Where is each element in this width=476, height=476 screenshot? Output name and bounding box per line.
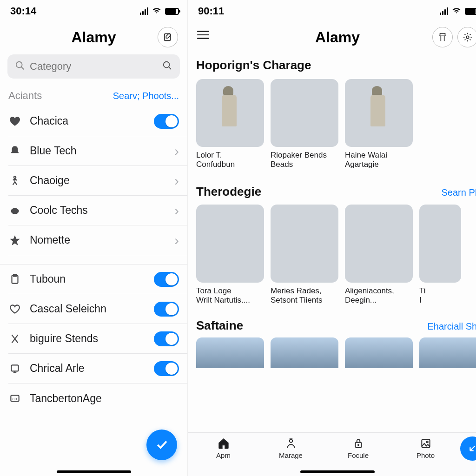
svg-text:ou: ou — [13, 397, 17, 401]
section2-cards[interactable]: Tora Loge Wrilt Nartutis.... Meries Rade… — [196, 205, 476, 305]
card[interactable]: Lolor T. Confudbun — [196, 79, 264, 170]
card[interactable]: Haine Walai Agartagie — [345, 79, 413, 170]
card-line2: Beads — [271, 160, 338, 169]
svg-point-5 — [14, 176, 16, 178]
wifi-icon — [152, 5, 161, 17]
app-title: Alamy — [71, 29, 116, 46]
battery-icon — [465, 8, 476, 15]
phone-left: 30:14 Alamy Aciants Searv; Phoots... Cha… — [0, 0, 188, 476]
svg-point-15 — [357, 444, 358, 445]
app-header: Alamy — [188, 20, 476, 52]
section3-strip[interactable] — [196, 337, 476, 368]
nav-home[interactable]: Apm — [191, 437, 256, 459]
home-icon — [218, 437, 230, 450]
card-thumb — [345, 79, 413, 147]
row-tuboun[interactable]: Tuboun — [8, 264, 187, 294]
row-label: Blue Tech — [30, 145, 166, 157]
svg-rect-9 — [11, 365, 18, 371]
confirm-fab[interactable] — [146, 430, 177, 460]
row-chrical[interactable]: Chrical Arle — [8, 354, 187, 383]
section2-header: Therodegie Searn Pho — [196, 185, 476, 199]
arrow-down-left-icon — [467, 443, 476, 454]
status-time: 30:14 — [10, 5, 36, 17]
status-icons — [140, 5, 179, 17]
mini-thumb[interactable] — [196, 337, 264, 368]
section2-link[interactable]: Searn Pho — [441, 187, 476, 198]
card-thumb — [196, 79, 264, 147]
settings-button[interactable] — [457, 27, 476, 47]
row-label: biguire Stends — [30, 332, 145, 345]
row-label: Tuboun — [30, 273, 145, 285]
card[interactable]: Riopaker Bends Beads — [271, 79, 338, 170]
row-chacica[interactable]: Chacica — [8, 106, 187, 136]
card-line1: Lolor T. — [196, 147, 264, 160]
section-header-row: Aciants Searv; Phoots... — [0, 83, 187, 106]
card-thumb — [271, 205, 338, 283]
svg-line-2 — [21, 67, 24, 70]
card-peek[interactable]: Ti I — [419, 205, 433, 305]
svg-point-17 — [426, 441, 428, 443]
nav-action-fab[interactable] — [460, 436, 476, 461]
nav-label: Marage — [279, 451, 303, 459]
row-tancberton[interactable]: ou TancbertonAge — [8, 383, 187, 413]
wifi-icon — [452, 5, 461, 17]
nav-label: Photo — [416, 451, 435, 459]
row-biguire[interactable]: biguire Stends — [8, 324, 187, 354]
nav-label: Focule — [348, 451, 369, 459]
row-chaoige[interactable]: Chaoige › — [8, 166, 187, 196]
cellular-signal-icon — [440, 7, 448, 15]
image-icon — [420, 437, 432, 450]
section-link[interactable]: Searv; Phoots... — [113, 91, 179, 101]
nav-focus[interactable]: Focule — [325, 437, 391, 459]
row-coolctechs[interactable]: Coolc Techs › — [8, 196, 187, 225]
card-line2: I — [419, 296, 433, 305]
card-line1: Ti — [419, 283, 433, 296]
star-icon — [8, 234, 21, 246]
search-input[interactable] — [30, 60, 158, 73]
row-cascal[interactable]: Cascal Seleichn — [8, 294, 187, 324]
phone-right: 90:11 Alamy Hoporign's Charage Lolor T. … — [188, 0, 476, 476]
section1-cards[interactable]: Lolor T. Confudbun Riopaker Bends Beads … — [196, 79, 476, 170]
list-divider — [0, 255, 187, 264]
toggle[interactable] — [154, 361, 179, 376]
nav-label: Apm — [216, 451, 231, 459]
search-icon — [15, 60, 25, 73]
lock-icon — [352, 437, 364, 450]
toggle[interactable] — [154, 302, 179, 317]
row-bluetech[interactable]: Blue Tech › — [8, 136, 187, 166]
bookmark-button[interactable] — [432, 27, 453, 47]
clipboard-icon — [8, 273, 21, 285]
menu-button[interactable] — [197, 31, 209, 39]
row-label: Chaoige — [30, 174, 166, 187]
card-line1: Tora Loge — [196, 283, 264, 296]
card[interactable]: Aligeniaconts, Deegin... — [345, 205, 413, 305]
search-submit-icon[interactable] — [162, 60, 172, 73]
mini-thumb[interactable] — [345, 337, 413, 368]
toggle[interactable] — [154, 272, 179, 287]
mini-thumb[interactable] — [271, 337, 338, 368]
row-label: Chacica — [30, 115, 145, 127]
app-header: Alamy — [0, 20, 187, 52]
toggle[interactable] — [154, 331, 179, 346]
card-line2: Wrilt Nartutis.... — [196, 296, 264, 305]
section3-link[interactable]: Eharciall Shor — [427, 321, 476, 332]
card[interactable]: Tora Loge Wrilt Nartutis.... — [196, 205, 264, 305]
mini-thumb[interactable] — [419, 337, 476, 368]
toggle[interactable] — [154, 114, 179, 129]
svg-point-3 — [164, 62, 170, 68]
search-bar[interactable] — [7, 54, 180, 79]
row-nomette[interactable]: Nomette › — [8, 225, 187, 255]
main-content: Hoporign's Charage Lolor T. Confudbun Ri… — [188, 52, 476, 432]
status-bar: 90:11 — [188, 0, 476, 20]
header-actions — [158, 27, 178, 47]
row-label: Coolc Techs — [30, 204, 166, 217]
heart-icon — [8, 115, 21, 127]
section1-title: Hoporign's Charage — [196, 55, 476, 79]
card-line1: Haine Walai — [345, 147, 413, 160]
device-icon — [8, 363, 21, 375]
nav-photo[interactable]: Photo — [393, 437, 458, 459]
compose-button[interactable] — [158, 27, 178, 47]
nav-manage[interactable]: Marage — [258, 437, 324, 459]
x-cross-icon — [8, 333, 21, 345]
card[interactable]: Meries Rades, Setsont Tiients — [271, 205, 338, 305]
